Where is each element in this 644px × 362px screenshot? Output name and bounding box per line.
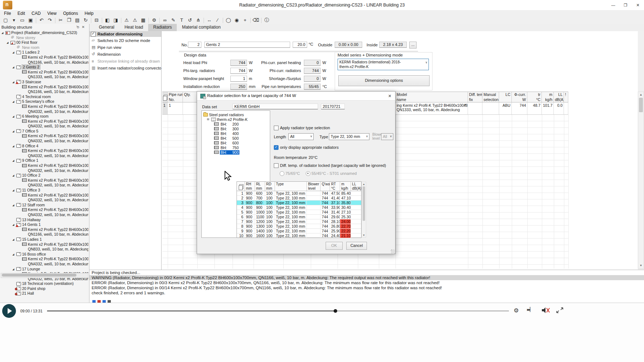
tree-item[interactable]: Kermi x2 Profil-K Typ22 BH600x100x700mmQ… [1,227,88,237]
close-button[interactable]: ✕ [632,0,644,10]
lc-cell[interactable]: ABU [499,102,512,114]
result-grid-scrollbar[interactable]: ▲ ▼ [361,182,366,237]
tree-item[interactable]: ◢ 10 Office 2 [1,173,88,178]
expander-icon[interactable]: ◢ [12,65,16,70]
progress-bar[interactable] [47,311,509,311]
log-line[interactable]: Project is being checked... [89,270,644,275]
separator[interactable] [121,18,121,23]
insert-radiator-item[interactable]: ▥ Insert new radiator/cooling convector [89,64,161,71]
expander-icon[interactable]: ◢ [12,129,16,134]
info-filter-icon[interactable] [92,300,96,303]
menu-item[interactable]: Edit [14,11,28,17]
panel-left-icon[interactable]: ◧ [103,17,112,24]
text-icon[interactable]: T [177,17,186,24]
paste-icon[interactable]: ▤ [73,17,81,24]
tab[interactable]: Material compilation [177,24,226,31]
result-row[interactable]: 6 900 1100 100 Type 22, 100 mm 744 29.60… [237,215,361,219]
tree-item[interactable]: ◢ 6 Meeting room [1,114,88,119]
tab[interactable]: General [94,24,120,31]
scroll-down-icon[interactable]: ▼ [638,263,644,268]
replace-icon[interactable]: ↻ [81,17,90,24]
error-filter-icon[interactable] [97,300,101,303]
pin-icon[interactable]: ⚲ [75,25,80,29]
tree-item[interactable]: ◢ 7 Office 5 [1,129,88,134]
result-row[interactable]: 1 900 600 100 Type 22, 100 mm 744 47.50 … [237,191,361,196]
dialog-title-bar[interactable]: Radiator selection for a target capacity… [197,92,395,101]
bh-tree-item[interactable]: BH:750 [202,145,270,150]
bh-tree-item[interactable]: BH:300 [202,126,270,131]
column-header[interactable]: LLdB(A) [554,92,564,102]
result-row[interactable]: 9 900 1400 100 Type 22, 100 mm 744 25.90… [237,229,361,233]
scrollbar-thumb[interactable] [2,274,76,277]
diagonal-line-icon[interactable]: ∕ [213,17,222,24]
column-header[interactable]: ! [564,92,568,102]
separator[interactable] [250,18,251,23]
tree-item[interactable]: ◢ 1 Ladies 2 [1,50,88,55]
progress-knob[interactable] [334,309,337,313]
muted-speaker-icon[interactable] [541,307,551,314]
expander-icon[interactable]: ◢ [12,50,16,55]
expander-icon[interactable]: ◢ [12,158,16,163]
dialog-close-button[interactable]: ✕ [384,92,395,100]
player-settings-gear-icon[interactable]: ⚙ [514,307,519,314]
separator[interactable] [102,18,102,23]
tree-root-item[interactable]: Steel panel radiators [202,112,270,117]
tree-item[interactable]: ◢ 16 Boss office [1,252,88,257]
tree-item[interactable]: Kermi x2 Profil-K Typ22 BH600x100x500mmQ… [1,242,88,252]
design-value-field[interactable]: 250 [230,84,247,90]
tree-item[interactable]: ◢ 2 Gents 2 [1,65,88,70]
open-icon[interactable]: ▭ [18,17,26,24]
copy-icon[interactable]: ❐ [65,17,73,24]
info-icon[interactable]: ⓘ [263,17,271,24]
tree-item[interactable]: Kermi x2 Profil-K Typ22 BH600x100x2600mm… [1,257,88,266]
tree-item[interactable]: ◢ 15 Ladies 1 [1,237,88,242]
sync-icon[interactable]: ↺ [186,17,194,24]
bh-tree-item[interactable]: BH:200 [202,122,270,126]
link-icon[interactable]: ∞ [161,17,169,24]
expander-icon[interactable]: ◢ [7,40,11,45]
cut-icon[interactable]: ✂ [57,17,65,24]
zoom-select-icon[interactable]: ◉ [233,17,241,24]
apply-type-checkbox[interactable] [274,126,279,130]
distance-icon[interactable]: ↔ [205,17,213,24]
expander-icon[interactable]: ◢ [12,203,16,208]
result-row[interactable]: 3 900 800 100 Type 22, 100 mm 744 37.10 … [237,201,361,205]
menu-item[interactable]: View [44,11,60,17]
length-select[interactable]: All [288,133,314,140]
save-icon[interactable]: ▣ [26,17,35,24]
tr-cell[interactable]: 48.7 [527,102,542,114]
project-check-icon[interactable]: ⚠ [131,17,139,24]
tree-horizontal-scrollbar[interactable] [1,273,88,278]
ok-button[interactable]: OK [326,242,343,250]
play-button[interactable] [2,304,16,318]
menu-item[interactable]: File [1,11,14,17]
new-file-icon[interactable]: ▢ [1,17,10,24]
inside-field[interactable]: 2.18 x 4.23 [379,42,407,48]
radio-75-65[interactable] [280,171,284,176]
expander-icon[interactable]: ◢ [1,30,5,35]
minimize-button[interactable]: — [607,0,619,10]
scrollbar-thumb[interactable] [363,186,365,221]
tree-item[interactable]: Kermi x2 Profil-K Typ22 BH600x100x2600mm… [1,148,88,158]
info-filter-icon[interactable] [103,300,106,303]
warnings-icon[interactable]: ⚠ [122,17,131,24]
column-header[interactable]: Modelname [396,92,468,102]
separator[interactable] [91,18,91,23]
tree-item[interactable]: ◢ 9 Office 1 [1,158,88,163]
expander-icon[interactable]: ◢ [12,173,16,178]
undo-icon[interactable]: ↶ [37,17,46,24]
tree-item[interactable]: ◢ 11 Office 3 [1,188,88,193]
tree-item[interactable]: 4 Technical room [1,94,88,100]
separator[interactable] [223,18,223,23]
tree-item[interactable]: Kermi x2 Profil-K Typ22 BH600x100x800mmQ… [1,70,88,80]
separator[interactable] [36,18,36,23]
tab[interactable]: Radiators [148,24,177,31]
tool-panel-header[interactable]: Radiator dimensioning [89,31,161,37]
result-column-header[interactable]: Type [275,182,307,191]
column-header[interactable]: Diff. temp.fix [468,92,482,102]
menu-item[interactable]: Help [81,11,97,17]
room-temp-field[interactable]: 20.0 [293,42,307,48]
model-series-combo[interactable]: KERMI Radiators (international) 2018- th… [338,59,429,70]
print-icon[interactable]: ⊟ [92,17,101,24]
column-header[interactable]: Pipe runNo. [168,92,183,102]
